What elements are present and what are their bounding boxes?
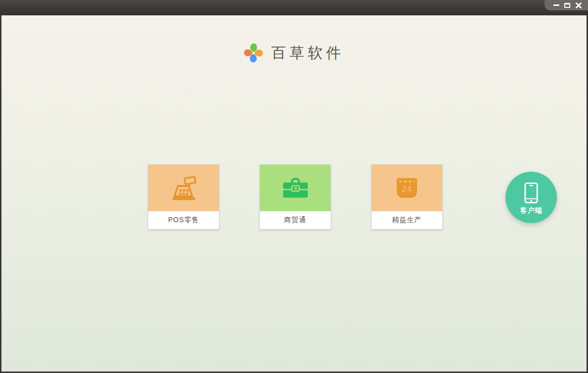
calendar-day: 24 <box>402 185 412 194</box>
app-window: 百草软件 <box>0 0 588 373</box>
cash-register-icon <box>169 176 198 200</box>
maximize-button[interactable] <box>563 1 572 9</box>
product-card-lean-production[interactable]: 24 精益生产 <box>371 164 443 230</box>
product-card-trade[interactable]: 商贸通 <box>259 164 331 230</box>
product-tile <box>260 165 331 211</box>
product-label: POS零售 <box>148 211 219 229</box>
client-button-label: 客户端 <box>520 206 543 215</box>
pinwheel-logo-icon <box>244 43 263 63</box>
smartphone-icon <box>524 182 539 204</box>
calendar-icon: 24 <box>395 177 419 199</box>
maximize-icon <box>564 3 570 8</box>
client-button[interactable]: 客户端 <box>505 172 557 223</box>
product-tile: 24 <box>372 165 442 211</box>
title-bar[interactable] <box>0 0 588 15</box>
main-content: 百草软件 <box>1 15 587 372</box>
product-tile <box>148 165 219 211</box>
product-label: 商贸通 <box>260 211 331 229</box>
product-card-pos-retail[interactable]: POS零售 <box>148 164 219 230</box>
minimize-button[interactable] <box>552 1 561 9</box>
product-label: 精益生产 <box>372 211 442 229</box>
window-controls <box>545 0 588 10</box>
close-icon <box>576 2 582 8</box>
briefcase-icon <box>282 177 309 199</box>
app-title: 百草软件 <box>271 43 344 63</box>
app-brand: 百草软件 <box>1 40 587 66</box>
minimize-icon <box>553 4 559 6</box>
close-button[interactable] <box>574 1 583 9</box>
